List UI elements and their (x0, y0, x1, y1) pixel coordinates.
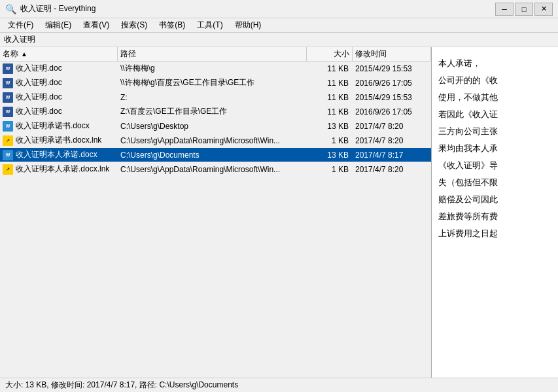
file-size-cell: 1 KB (307, 165, 353, 174)
file-size-cell: 11 KB (307, 107, 353, 116)
menu-tools[interactable]: 工具(T) (192, 18, 228, 32)
file-type-icon: W (3, 78, 13, 88)
file-name-cell: W收入证明.doc (0, 63, 118, 74)
file-name-cell: W收入证明.doc (0, 106, 118, 117)
file-size-cell: 13 KB (307, 151, 353, 160)
file-type-icon: W (3, 150, 13, 160)
search-bar: 收入证明 (0, 33, 558, 47)
file-name-cell: W收入证明.doc (0, 77, 118, 88)
file-size-cell: 13 KB (307, 122, 353, 131)
file-size-cell: 1 KB (307, 136, 353, 145)
table-row[interactable]: ↗收入证明承诺书.docx.lnkC:\Users\g\AppData\Roam… (0, 134, 431, 148)
preview-line: 本人承诺， (438, 55, 551, 72)
file-name-text: 收入证明.doc (16, 92, 62, 103)
search-query-label: 收入证明 (4, 34, 35, 45)
file-name-cell: W收入证明.doc (0, 92, 118, 103)
file-modified-cell: 2017/4/7 8:17 (353, 151, 431, 160)
preview-line: 使用，不做其他 (438, 89, 551, 106)
preview-line: 失（包括但不限 (438, 174, 551, 191)
table-row[interactable]: W收入证明.doc\\许梅梅\g11 KB2015/4/29 15:53 (0, 62, 431, 76)
status-bar: 大小: 13 KB, 修改时间: 2017/4/7 8:17, 路径: C:\U… (0, 378, 558, 392)
title-bar-text: 收入证明 - Everything (20, 3, 96, 14)
file-name-cell: W收入证明承诺书.docx (0, 120, 118, 132)
file-rows[interactable]: W收入证明.doc\\许梅梅\g11 KB2015/4/29 15:53W收入证… (0, 62, 431, 378)
preview-line: 上诉费用之日起 (438, 225, 551, 242)
menu-bar: 文件(F) 编辑(E) 查看(V) 搜索(S) 书签(B) 工具(T) 帮助(H… (0, 18, 558, 33)
maximize-button[interactable]: □ (515, 3, 533, 16)
preview-line: 若因此《收入证 (438, 106, 551, 123)
preview-line: 《收入证明》导 (438, 157, 551, 174)
file-name-text: 收入证明.doc (16, 63, 62, 74)
file-type-icon: ↗ (3, 164, 13, 175)
preview-line: 三方向公司主张 (438, 123, 551, 140)
preview-panel: 本人承诺，公司开的的《收使用，不做其他若因此《收入证三方向公司主张果均由我本人承… (432, 47, 558, 378)
file-path-cell: C:\Users\g\AppData\Roaming\Microsoft\Win… (118, 165, 307, 174)
file-path-cell: C:\Users\g\AppData\Roaming\Microsoft\Win… (118, 136, 307, 145)
file-name-cell: W收入证明本人承诺.docx (0, 149, 118, 160)
app-icon: 🔍 (5, 4, 16, 14)
col-header-modified[interactable]: 修改时间 (353, 47, 431, 61)
file-name-text: 收入证明本人承诺.docx (16, 149, 97, 160)
table-row[interactable]: W收入证明承诺书.docxC:\Users\g\Desktop13 KB2017… (0, 119, 431, 134)
status-text: 大小: 13 KB, 修改时间: 2017/4/7 8:17, 路径: C:\U… (5, 380, 238, 391)
sort-arrow-icon: ▲ (21, 50, 27, 58)
file-type-icon: W (3, 121, 13, 132)
preview-line: 果均由我本人承 (438, 140, 551, 157)
col-header-path[interactable]: 路径 (118, 47, 307, 61)
menu-search[interactable]: 搜索(S) (116, 18, 152, 32)
table-row[interactable]: ↗收入证明本人承诺.docx.lnkC:\Users\g\AppData\Roa… (0, 162, 431, 177)
file-size-cell: 11 KB (307, 64, 353, 73)
main-layout: 名称 ▲ 路径 大小 修改时间 W收入证明.doc\\许梅梅\g11 KB201… (0, 47, 558, 378)
file-path-cell: \\许梅梅\g (118, 63, 307, 74)
menu-file[interactable]: 文件(F) (3, 18, 39, 32)
table-row[interactable]: W收入证明.docZ:\百度云\GE工作目录\GE工作11 KB2016/9/2… (0, 105, 431, 119)
file-modified-cell: 2017/4/7 8:20 (353, 122, 431, 131)
close-button[interactable]: ✕ (534, 3, 553, 16)
preview-line: 赔偿及公司因此 (438, 191, 551, 208)
col-header-size[interactable]: 大小 (307, 47, 353, 61)
file-type-icon: W (3, 107, 13, 117)
col-header-name[interactable]: 名称 ▲ (0, 47, 118, 61)
file-modified-cell: 2016/9/26 17:05 (353, 79, 431, 88)
file-size-cell: 11 KB (307, 93, 353, 102)
preview-line: 差旅费等所有费 (438, 208, 551, 225)
menu-help[interactable]: 帮助(H) (230, 18, 267, 32)
column-headers: 名称 ▲ 路径 大小 修改时间 (0, 47, 431, 62)
file-size-cell: 11 KB (307, 79, 353, 88)
file-path-cell: \\许梅梅\g\百度云\GE工作目录\GE工作 (118, 77, 307, 88)
minimize-button[interactable]: ─ (495, 3, 514, 16)
table-row[interactable]: W收入证明本人承诺.docxC:\Users\g\Documents13 KB2… (0, 148, 431, 162)
file-path-cell: Z: (118, 93, 307, 102)
file-name-cell: ↗收入证明承诺书.docx.lnk (0, 135, 118, 146)
file-modified-cell: 2015/4/29 15:53 (353, 64, 431, 73)
preview-line: 公司开的的《收 (438, 72, 551, 89)
table-row[interactable]: W收入证明.docZ:11 KB2015/4/29 15:53 (0, 90, 431, 105)
file-list-panel: 名称 ▲ 路径 大小 修改时间 W收入证明.doc\\许梅梅\g11 KB201… (0, 47, 432, 378)
file-modified-cell: 2017/4/7 8:20 (353, 136, 431, 145)
file-name-cell: ↗收入证明本人承诺.docx.lnk (0, 164, 118, 175)
file-path-cell: C:\Users\g\Desktop (118, 122, 307, 131)
title-bar: 🔍 收入证明 - Everything ─ □ ✕ (0, 0, 558, 18)
file-modified-cell: 2016/9/26 17:05 (353, 107, 431, 116)
file-name-text: 收入证明.doc (16, 77, 62, 88)
file-modified-cell: 2015/4/29 15:53 (353, 93, 431, 102)
file-modified-cell: 2017/4/7 8:20 (353, 165, 431, 174)
menu-edit[interactable]: 编辑(E) (40, 18, 77, 32)
file-name-text: 收入证明本人承诺.docx.lnk (16, 164, 109, 175)
file-path-cell: Z:\百度云\GE工作目录\GE工作 (118, 106, 307, 117)
table-row[interactable]: W收入证明.doc\\许梅梅\g\百度云\GE工作目录\GE工作11 KB201… (0, 76, 431, 90)
file-name-text: 收入证明.doc (16, 106, 62, 117)
menu-view[interactable]: 查看(V) (78, 18, 114, 32)
file-type-icon: W (3, 63, 13, 74)
menu-bookmark[interactable]: 书签(B) (154, 18, 190, 32)
file-type-icon: W (3, 92, 13, 103)
file-name-text: 收入证明承诺书.docx (16, 120, 90, 132)
file-path-cell: C:\Users\g\Documents (118, 151, 307, 160)
title-bar-controls: ─ □ ✕ (495, 3, 553, 16)
file-type-icon: ↗ (3, 135, 13, 146)
file-name-text: 收入证明承诺书.docx.lnk (16, 135, 101, 146)
